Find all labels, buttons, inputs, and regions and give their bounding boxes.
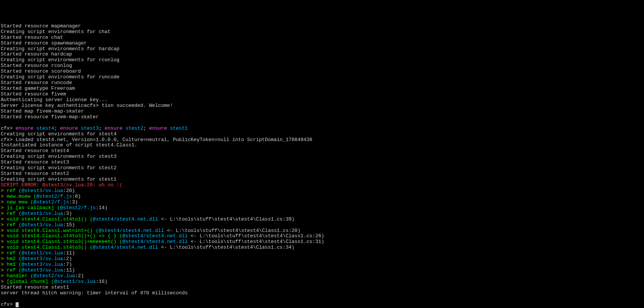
terminal-line: Started resource stest1 (1, 285, 643, 291)
terminal-segment: <- L:\tools\stuff\stest4\stest4\Class1.c… (158, 216, 295, 222)
terminal-line: > void stest4.Class1.st4to3()+() => { } … (1, 233, 643, 239)
terminal-segment: Instantiated instance of script stest4.C… (1, 142, 137, 148)
terminal-segment: Started resource stest2 (1, 171, 69, 176)
terminal-line: Creating script environments for runcode (1, 75, 643, 80)
terminal-line: > void stest4.Class1.wat<int>() (@stest4… (1, 228, 643, 234)
terminal-segment: void stest4.Class1.st4to3() ( (7, 244, 93, 250)
terminal-line: Started resource stest3 (1, 160, 643, 165)
terminal-line: Creating script environments for stest1 (1, 177, 643, 183)
terminal-segment: ref ( (7, 267, 22, 273)
terminal-segment: Started resource stest4 (1, 148, 69, 154)
terminal-segment: :11) (63, 267, 75, 273)
terminal-segment: Server license key authenticacfx> tion s… (1, 103, 173, 108)
terminal-segment: stest1 (170, 125, 188, 131)
terminal-segment: mew.moew ( (7, 194, 37, 199)
terminal-line: Creating script environments for chat (1, 29, 643, 35)
prompt-line[interactable]: cfx> (1, 302, 643, 308)
terminal-line: cfx> Loaded stest4.net, Version=1.0.0.0,… (1, 137, 643, 143)
terminal-segment: Creating script environments for runcode (1, 74, 119, 80)
terminal-segment: Started resource rconlog (1, 63, 72, 68)
terminal-line: Creating script environments for hardcap (1, 46, 643, 52)
terminal-segment: @stest4/stest4.net.dll (99, 228, 164, 233)
terminal-segment: @stest1/sv.lua (22, 211, 63, 216)
terminal-segment: @stest1/sv.lua (54, 279, 95, 284)
terminal-segment: ensure (60, 125, 81, 131)
terminal-segment: :16) (96, 279, 108, 284)
terminal-line: Started resource fivem (1, 92, 643, 97)
terminal-segment: @stest3/sv.lua (22, 262, 63, 267)
terminal-segment: Started map fivem-map-skater (1, 108, 84, 114)
terminal-segment: @stest4/stest4.net.dll (122, 239, 188, 244)
terminal-line (1, 296, 643, 302)
terminal-segment: > (1, 188, 7, 194)
terminal-segment: > (1, 250, 7, 256)
terminal-line: Started resource fivem-map-skater (1, 114, 643, 120)
terminal-segment: Started resource stest3 (1, 159, 69, 165)
terminal-segment: :2) (63, 256, 72, 262)
terminal-segment: <- L:\tools\stuff\stest4\stest4\Class1.c… (188, 233, 324, 239)
terminal-line: Instantiated instance of script stest4.C… (1, 143, 643, 148)
terminal-segment: @stest2/f.js (60, 205, 96, 211)
terminal-segment: <- L:\tools\stuff\stest4\stest4\Class1.c… (164, 228, 301, 233)
terminal-segment: > (1, 262, 7, 267)
terminal-line: Creating script environments for stest3 (1, 154, 643, 160)
terminal-segment: @stest1/sv.lua (22, 250, 63, 256)
terminal-segment: Started resource scoreboard (1, 68, 81, 74)
terminal-line: > ref (@stest3/sv.lua:11) (1, 268, 643, 273)
terminal-segment: ; (54, 125, 60, 131)
terminal-segment: > (1, 267, 7, 273)
terminal-segment: hm1 ( (7, 262, 22, 267)
terminal-line: > ref (@stest3/sv.lua:20) (1, 188, 643, 194)
terminal-segment: ; (143, 125, 149, 131)
terminal-segment: [global chunk] ( (7, 279, 54, 284)
terminal-segment: > (1, 244, 7, 250)
terminal-segment: void stest4.Class1.st4to1() ( (7, 216, 93, 222)
prompt-text: cfx> (1, 302, 16, 307)
terminal-line: > ref (@stest1/sv.lua:11) (1, 251, 643, 256)
terminal-line: server thread hitch warning: timer inter… (1, 291, 643, 296)
terminal-segment: new mew ( (7, 199, 33, 205)
terminal-segment: > (1, 279, 7, 284)
terminal-content[interactable]: Started resource mapmanagerCreating scri… (1, 24, 643, 308)
terminal-line: Creating script environments for rconlog (1, 57, 643, 63)
terminal-segment: Creating script environments for rconlog (1, 57, 119, 63)
terminal-line: Started resource scoreboard (1, 69, 643, 75)
terminal-segment: <- L:\tools\stuff\stest4\stest4\Class1.c… (158, 244, 295, 250)
terminal-segment: :8) (72, 194, 81, 199)
terminal-segment: @stest4/stest4.net.dll (122, 233, 188, 239)
terminal-segment: > (1, 239, 7, 244)
terminal-segment: > (1, 273, 7, 279)
terminal-segment: Creating script environments for stest2 (1, 165, 116, 171)
terminal-line: Started resource hardcap (1, 52, 643, 57)
terminal-line: > void stest4.Class1.st4to1() (@stest4/s… (1, 217, 643, 222)
terminal-line: cfx> ensure stest4; ensure stest3; ensur… (1, 126, 643, 132)
terminal-segment: :14) (96, 205, 108, 211)
terminal-segment: > (1, 233, 7, 239)
terminal-segment: js [as callback] ( (7, 205, 60, 211)
terminal-segment: :15) (63, 222, 75, 228)
terminal-segment: ; (99, 125, 105, 131)
terminal-line: SCRIPT ERROR: @stest3/sv.lua:20: oh no :… (1, 183, 643, 188)
terminal-line: > mew.moew (@stest2/f.js:8) (1, 194, 643, 200)
terminal-segment: Creating script environments for hardcap (1, 46, 119, 52)
terminal-segment: Authenticating server license key... (1, 97, 108, 103)
terminal-segment (1, 296, 4, 302)
terminal-segment: Started resource mapmanager (1, 23, 81, 29)
terminal-segment: ref ( (7, 250, 22, 256)
terminal-segment: ensure (16, 125, 37, 131)
terminal-line: Authenticating server license key... (1, 97, 643, 103)
terminal-segment: stest2 (126, 125, 143, 131)
terminal-segment: Creating script environments for stest1 (1, 176, 116, 182)
terminal-segment: ref ( (7, 222, 22, 228)
terminal-line: > void stest4.Class1.st4to3() (@stest4/s… (1, 245, 643, 251)
terminal-line: > ref (@stest3/sv.lua:15) (1, 222, 643, 228)
terminal-segment: Started resource fivem-map-skater (1, 114, 99, 120)
terminal-segment: > (1, 199, 7, 205)
terminal-segment: ref ( (7, 211, 22, 216)
terminal-segment: > (1, 211, 7, 216)
terminal-segment: @stest2/f.js (33, 199, 69, 205)
terminal-line: Creating script environments for stest2 (1, 165, 643, 171)
terminal-segment: :11) (63, 250, 75, 256)
terminal-segment: > (1, 222, 7, 228)
terminal-segment: @stest4/stest4.net.dll (93, 244, 158, 250)
